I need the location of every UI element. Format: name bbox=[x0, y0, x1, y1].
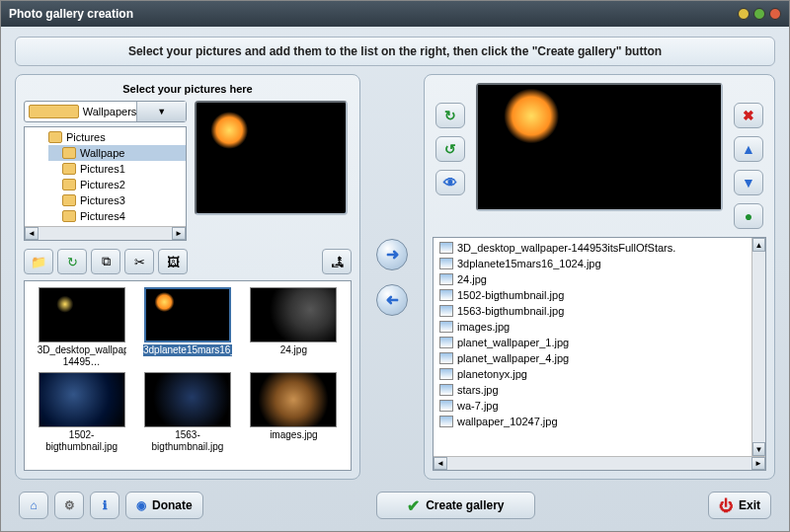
instruction-banner: Select your pictures and add them to the… bbox=[15, 37, 775, 66]
minimize-button[interactable] bbox=[738, 8, 750, 20]
file-name: 3D_desktop_wallpaper-144953itsFullOfStar… bbox=[457, 242, 675, 254]
file-list-item[interactable]: wallpaper_10247.jpg bbox=[435, 414, 763, 429]
list-scrollbar-v[interactable]: ▲ ▼ bbox=[751, 238, 765, 456]
gallery-file-list[interactable]: 3D_desktop_wallpaper-144953itsFullOfStar… bbox=[433, 237, 766, 471]
rotate-left-icon: ↺ bbox=[444, 141, 456, 157]
thumbnail-image bbox=[39, 372, 125, 427]
arrow-up-icon: ▲ bbox=[742, 141, 755, 157]
gear-icon: ⚙ bbox=[64, 498, 75, 512]
info-button[interactable]: ℹ bbox=[90, 492, 119, 519]
move-up-button[interactable]: ▲ bbox=[734, 136, 763, 162]
file-list-item[interactable]: stars.jpg bbox=[435, 382, 763, 398]
tree-item-label: Pictures3 bbox=[80, 194, 125, 206]
thumbnail-item[interactable]: 3D_desktop_wallpaper-14495… bbox=[31, 287, 132, 368]
tree-item[interactable]: Pictures1 bbox=[48, 161, 186, 177]
create-gallery-button[interactable]: ✔Create gallery bbox=[376, 492, 534, 519]
donate-button[interactable]: ◉Donate bbox=[125, 492, 203, 519]
footer: ⌂ ⚙ ℹ ◉Donate ✔Create gallery ⏻Exit bbox=[15, 488, 775, 523]
scroll-up-icon[interactable]: ▲ bbox=[752, 238, 765, 252]
donate-label: Donate bbox=[152, 498, 193, 512]
file-name: stars.jpg bbox=[457, 384, 499, 396]
tree-item[interactable]: Pictures bbox=[48, 129, 186, 145]
thumbs-view-button[interactable]: 🏞 bbox=[322, 249, 352, 274]
tree-item[interactable]: Wallpape bbox=[48, 145, 186, 161]
tree-scrollbar-h[interactable]: ◄ ► bbox=[25, 226, 186, 240]
cut-icon: ✂ bbox=[134, 255, 145, 269]
check-icon: ✔ bbox=[407, 496, 420, 515]
thumbnail-image bbox=[250, 287, 337, 342]
scroll-left-icon[interactable]: ◄ bbox=[434, 457, 447, 470]
folder-icon bbox=[62, 194, 76, 206]
file-list-item[interactable]: planetonyx.jpg bbox=[435, 366, 763, 382]
scroll-right-icon[interactable]: ► bbox=[751, 457, 765, 470]
transfer-buttons: ➜ ➜ bbox=[368, 74, 416, 480]
scroll-left-icon[interactable]: ◄ bbox=[25, 227, 39, 240]
file-list-item[interactable]: planet_wallpaper_1.jpg bbox=[435, 335, 763, 350]
tree-item[interactable]: Pictures3 bbox=[48, 192, 186, 208]
file-name: planet_wallpaper_1.jpg bbox=[457, 337, 569, 348]
home-button[interactable]: ⌂ bbox=[19, 492, 48, 519]
delete-icon: ✖ bbox=[743, 108, 754, 123]
copy-button[interactable]: ⧉ bbox=[91, 249, 120, 274]
close-button[interactable] bbox=[769, 8, 781, 20]
refresh-icon: ↻ bbox=[67, 255, 78, 269]
remove-button[interactable]: ➜ bbox=[376, 284, 408, 316]
file-name: planetonyx.jpg bbox=[457, 368, 527, 380]
refresh-button[interactable]: ↻ bbox=[57, 249, 87, 274]
thumbnail-label: images.jpg bbox=[249, 429, 338, 441]
thumbnail-label: 24.jpg bbox=[249, 344, 338, 356]
image-file-icon bbox=[439, 416, 453, 427]
file-list-item[interactable]: 24.jpg bbox=[435, 271, 763, 287]
move-down-button[interactable]: ▼ bbox=[734, 170, 763, 195]
delete-button[interactable]: ✖ bbox=[734, 103, 763, 128]
rotate-left-button[interactable]: ↺ bbox=[435, 136, 465, 162]
folder-icon bbox=[62, 147, 76, 159]
view-button[interactable]: 🖼 bbox=[158, 249, 188, 274]
chevron-down-icon[interactable]: ▼ bbox=[136, 102, 186, 121]
file-name: images.jpg bbox=[457, 321, 510, 333]
tree-item[interactable]: Pictures2 bbox=[48, 177, 186, 192]
file-list-item[interactable]: wa-7.jpg bbox=[435, 398, 763, 414]
list-scrollbar-h[interactable]: ◄ ► bbox=[434, 456, 765, 470]
thumbnail-item[interactable]: images.jpg bbox=[243, 372, 345, 453]
scroll-down-icon[interactable]: ▼ bbox=[752, 442, 765, 456]
file-list-item[interactable]: 1502-bigthumbnail.jpg bbox=[435, 287, 763, 303]
tree-item[interactable]: Pictures4 bbox=[48, 208, 186, 224]
arrow-right-icon: ➜ bbox=[386, 245, 399, 264]
up-folder-button[interactable]: 📁 bbox=[24, 249, 53, 274]
thumbnail-label: 3dplanete15mars16_1024.jpg bbox=[143, 344, 232, 356]
folder-icon bbox=[62, 179, 76, 190]
tree-item-label: Pictures bbox=[66, 131, 106, 143]
arrow-left-icon: ➜ bbox=[386, 290, 399, 309]
file-list-item[interactable]: 3dplanete15mars16_1024.jpg bbox=[435, 256, 763, 271]
image-file-icon bbox=[439, 352, 453, 364]
folder-tree[interactable]: PicturesWallpapePictures1Pictures2Pictur… bbox=[24, 126, 187, 241]
thumbnail-grid[interactable]: 3D_desktop_wallpaper-14495…3dplanete15ma… bbox=[24, 280, 352, 471]
cut-button[interactable]: ✂ bbox=[124, 249, 154, 274]
thumbnail-item[interactable]: 24.jpg bbox=[243, 287, 345, 368]
file-name: 1563-bigthumbnail.jpg bbox=[457, 305, 564, 317]
settings-button[interactable]: ⚙ bbox=[54, 492, 84, 519]
rotate-right-button[interactable]: ↻ bbox=[435, 103, 465, 128]
thumbnail-item[interactable]: 1563-bigthumbnail.jpg bbox=[136, 372, 238, 453]
add-button[interactable]: ➜ bbox=[376, 239, 408, 270]
file-list-item[interactable]: planet_wallpaper_4.jpg bbox=[435, 350, 763, 366]
image-file-icon bbox=[439, 258, 453, 269]
folder-combo[interactable]: Wallpapers ▼ bbox=[24, 101, 187, 122]
apply-button[interactable]: ● bbox=[734, 203, 763, 229]
maximize-button[interactable] bbox=[753, 8, 765, 20]
exit-label: Exit bbox=[739, 498, 760, 512]
exit-button[interactable]: ⏻Exit bbox=[708, 492, 771, 519]
thumbnail-label: 1502-bigthumbnail.jpg bbox=[38, 429, 126, 453]
landscape-icon: 🏞 bbox=[331, 255, 344, 269]
folder-icon bbox=[48, 131, 62, 143]
thumbnail-item[interactable]: 3dplanete15mars16_1024.jpg bbox=[136, 287, 238, 368]
scroll-right-icon[interactable]: ► bbox=[172, 227, 186, 240]
source-panel: Select your pictures here Wallpapers ▼ P… bbox=[15, 74, 360, 480]
file-list-item[interactable]: images.jpg bbox=[435, 319, 763, 335]
file-list-item[interactable]: 3D_desktop_wallpaper-144953itsFullOfStar… bbox=[435, 240, 763, 256]
file-list-item[interactable]: 1563-bigthumbnail.jpg bbox=[435, 303, 763, 319]
preview-eye-button[interactable]: 👁 bbox=[435, 170, 465, 195]
thumbnail-item[interactable]: 1502-bigthumbnail.jpg bbox=[31, 372, 132, 453]
source-panel-title: Select your pictures here bbox=[24, 83, 352, 95]
